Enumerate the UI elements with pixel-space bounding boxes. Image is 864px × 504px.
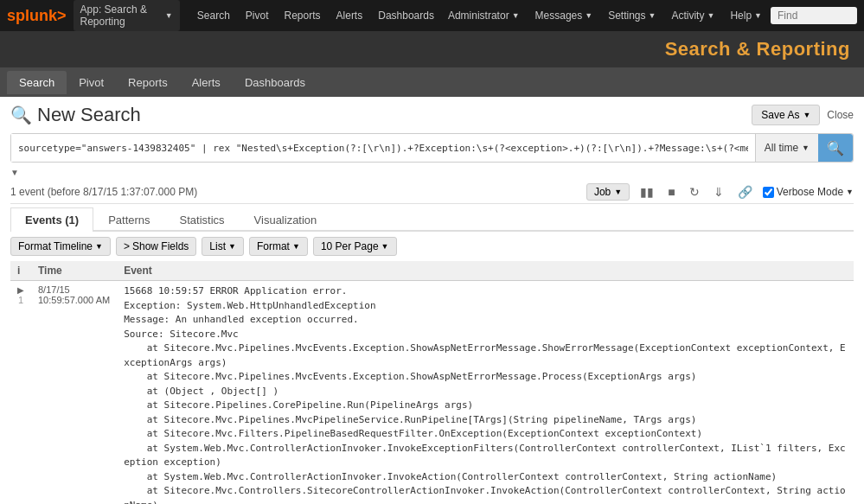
list-chevron-icon: ▼ — [228, 242, 236, 251]
events-table: i Time Event ▶ 1 8/17/1510:59:57.000 AM … — [10, 261, 854, 504]
share-icon[interactable]: 🔗 — [734, 183, 756, 201]
toolbar-row: Format Timeline ▼ > Show Fields List ▼ F… — [10, 237, 854, 256]
search-submit-button[interactable]: 🔍 — [818, 134, 853, 162]
secondary-nav-pivot[interactable]: Pivot — [67, 71, 116, 94]
per-page-chevron-icon: ▼ — [381, 242, 389, 251]
main-content: 🔍 New Search Save As ▼ Close All time ▼ … — [0, 97, 864, 504]
messages-dropdown[interactable]: Messages ▼ — [528, 6, 600, 25]
verbose-mode-chevron-icon: ▼ — [846, 188, 854, 196]
page-title-bar: Search & Reporting — [0, 31, 864, 67]
new-search-header: 🔍 New Search Save As ▼ Close — [10, 104, 854, 126]
help-chevron-icon: ▼ — [754, 11, 762, 20]
col-header-time[interactable]: Time — [31, 261, 117, 281]
find-input[interactable] — [771, 7, 857, 24]
results-count: 1 event (before 8/17/15 1:37:07.000 PM) — [10, 186, 197, 198]
administrator-dropdown[interactable]: Administrator ▼ — [441, 6, 527, 25]
search-icon: 🔍 — [10, 105, 32, 125]
tab-visualization[interactable]: Visualization — [240, 207, 332, 232]
settings-chevron-icon: ▼ — [649, 11, 656, 20]
secondary-navigation: Search Pivot Reports Alerts Dashboards — [0, 67, 864, 97]
event-content: 15668 10:59:57 ERROR Application error. … — [117, 281, 854, 505]
app-name-dropdown[interactable]: App: Search & Reporting ▼ — [74, 0, 180, 31]
secondary-nav-dashboards[interactable]: Dashboards — [233, 71, 317, 94]
time-range-chevron-icon: ▼ — [802, 144, 810, 152]
messages-chevron-icon: ▼ — [585, 11, 592, 20]
administrator-label: Administrator — [448, 10, 509, 22]
per-page-label: 10 Per Page — [321, 240, 379, 252]
col-header-i: i — [10, 261, 31, 281]
nav-right: Administrator ▼ Messages ▼ Settings ▼ Ac… — [441, 6, 857, 25]
row-number: 1 — [18, 295, 23, 305]
help-label: Help — [730, 10, 752, 22]
settings-label: Settings — [608, 10, 645, 22]
header-actions: Save As ▼ Close — [752, 105, 854, 125]
activity-label: Activity — [671, 10, 704, 22]
app-name-label: App: Search & Reporting — [80, 3, 162, 28]
results-actions: Job ▼ ▮▮ ■ ↻ ⇓ 🔗 Verbose Mode ▼ — [586, 183, 854, 201]
expand-icon[interactable]: ▶ — [17, 285, 24, 295]
new-search-title: 🔍 New Search — [10, 104, 141, 126]
tab-statistics[interactable]: Statistics — [165, 207, 240, 232]
format-timeline-button[interactable]: Format Timeline ▼ — [10, 237, 111, 256]
messages-label: Messages — [535, 10, 583, 22]
help-dropdown[interactable]: Help ▼ — [723, 6, 769, 25]
format-timeline-label: Format Timeline — [18, 240, 93, 252]
close-button[interactable]: Close — [827, 109, 854, 121]
administrator-chevron-icon: ▼ — [512, 11, 520, 20]
save-as-button[interactable]: Save As ▼ — [752, 105, 820, 125]
activity-chevron-icon: ▼ — [707, 11, 714, 20]
search-input[interactable] — [11, 134, 755, 162]
secondary-nav-alerts[interactable]: Alerts — [180, 71, 233, 94]
col-header-event[interactable]: Event — [117, 261, 854, 281]
time-range-button[interactable]: All time ▼ — [755, 134, 818, 162]
download-icon[interactable]: ⇓ — [710, 183, 727, 201]
verbose-mode-checkbox[interactable] — [763, 187, 774, 198]
format-button[interactable]: Format ▼ — [249, 237, 308, 256]
refresh-icon[interactable]: ↻ — [686, 183, 703, 201]
top-navigation: splunk> App: Search & Reporting ▼ Search… — [0, 0, 864, 31]
list-label: List — [209, 240, 226, 252]
tab-events[interactable]: Events (1) — [10, 207, 93, 232]
nav-pivot[interactable]: Pivot — [239, 6, 276, 25]
nav-alerts[interactable]: Alerts — [330, 6, 370, 25]
stop-icon[interactable]: ■ — [664, 183, 678, 201]
job-label: Job — [594, 186, 611, 198]
app-name-chevron-icon: ▼ — [165, 11, 173, 20]
save-as-label: Save As — [761, 109, 799, 121]
verbose-mode-label: Verbose Mode — [777, 186, 843, 198]
expand-search-icon[interactable]: ▼ — [10, 168, 19, 177]
job-chevron-icon: ▼ — [614, 188, 622, 196]
show-fields-button[interactable]: > Show Fields — [116, 237, 196, 256]
tab-patterns[interactable]: Patterns — [93, 207, 164, 232]
new-search-label: New Search — [37, 104, 141, 126]
format-label: Format — [257, 240, 290, 252]
nav-reports[interactable]: Reports — [278, 6, 328, 25]
nav-search[interactable]: Search — [190, 6, 237, 25]
search-bar-container: All time ▼ 🔍 — [10, 133, 854, 163]
secondary-nav-search[interactable]: Search — [7, 71, 67, 94]
pause-icon[interactable]: ▮▮ — [637, 183, 657, 201]
table-row: ▶ 1 8/17/1510:59:57.000 AM 15668 10:59:5… — [10, 281, 854, 505]
activity-dropdown[interactable]: Activity ▼ — [664, 6, 721, 25]
splunk-logo: splunk> — [7, 7, 67, 25]
list-button[interactable]: List ▼ — [202, 237, 244, 256]
search-expand-row: ▼ — [10, 168, 854, 177]
results-info-bar: 1 event (before 8/17/15 1:37:07.000 PM) … — [10, 181, 854, 204]
tabs-bar: Events (1) Patterns Statistics Visualiza… — [10, 207, 854, 232]
settings-dropdown[interactable]: Settings ▼ — [601, 6, 662, 25]
nav-dashboards[interactable]: Dashboards — [371, 6, 441, 25]
search-submit-icon: 🔍 — [827, 141, 844, 156]
secondary-nav-reports[interactable]: Reports — [116, 71, 180, 94]
verbose-mode-container: Verbose Mode ▼ — [763, 186, 854, 198]
save-as-chevron-icon: ▼ — [803, 111, 810, 119]
event-time: 8/17/1510:59:57.000 AM — [31, 281, 117, 505]
format-chevron-icon: ▼ — [292, 242, 300, 251]
show-fields-label: Show Fields — [132, 240, 189, 252]
time-range-label: All time — [765, 142, 798, 154]
format-timeline-chevron-icon: ▼ — [95, 242, 103, 251]
job-button[interactable]: Job ▼ — [586, 183, 630, 201]
row-expand-arrow[interactable]: ▶ 1 — [10, 281, 31, 505]
show-fields-icon: > — [124, 240, 130, 252]
top-nav-links: Search Pivot Reports Alerts Dashboards — [190, 6, 441, 25]
per-page-button[interactable]: 10 Per Page ▼ — [313, 237, 397, 256]
